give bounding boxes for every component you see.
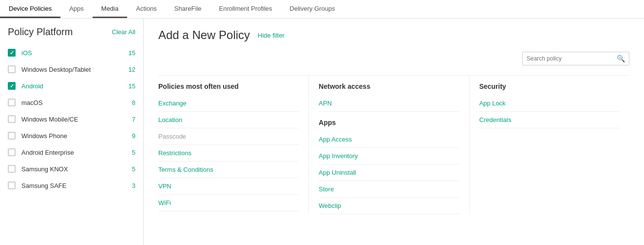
column-header-security: Security	[479, 76, 620, 95]
sidebar-count-ios: 15	[129, 49, 135, 57]
sidebar-count-samsung-knox: 5	[132, 165, 135, 173]
policy-item-restrictions[interactable]: Restrictions	[158, 145, 299, 162]
sidebar-label-samsung-knox: Samsung KNOX	[21, 165, 132, 173]
search-icon: 🔍	[613, 52, 629, 65]
policy-item-app-uninstall[interactable]: App Uninstall	[319, 164, 459, 181]
search-container: 🔍	[158, 52, 629, 65]
sidebar-item-android-enterprise[interactable]: Android Enterprise 5	[0, 144, 143, 161]
checkbox-samsung-safe[interactable]	[8, 182, 16, 189]
policy-columns: Policies most often used Exchange Locati…	[158, 75, 629, 214]
search-box: 🔍	[522, 52, 629, 65]
column-header-apps: Apps	[319, 112, 459, 131]
sidebar-item-samsung-knox[interactable]: Samsung KNOX 5	[0, 161, 143, 177]
sidebar-item-windows-desktop[interactable]: Windows Desktop/Tablet 12	[0, 61, 143, 78]
policy-item-wifi[interactable]: WiFi	[158, 195, 299, 211]
checkbox-android[interactable]	[8, 82, 16, 90]
checkbox-windows-desktop[interactable]	[8, 65, 16, 73]
policy-item-webclip[interactable]: Webclip	[319, 198, 459, 214]
sidebar-item-samsung-safe[interactable]: Samsung SAFE 3	[0, 177, 143, 194]
sidebar-count-android-enterprise: 5	[132, 149, 135, 156]
tab-media[interactable]: Media	[93, 0, 127, 18]
tab-delivery-groups[interactable]: Delivery Groups	[281, 0, 344, 18]
main-layout: Policy Platform Clear All iOS 15 Windows…	[0, 19, 644, 245]
tab-sharefile[interactable]: ShareFile	[166, 0, 210, 18]
sidebar-item-windows-mobile[interactable]: Windows Mobile/CE 7	[0, 111, 143, 127]
sidebar-count-android: 15	[129, 82, 135, 90]
policy-item-terms-conditions[interactable]: Terms & Conditions	[158, 162, 299, 178]
policy-item-app-lock[interactable]: App Lock	[479, 95, 620, 112]
sidebar-header: Policy Platform Clear All	[0, 26, 143, 44]
column-network-apps: Network access APN Apps App Access App I…	[308, 76, 469, 214]
top-navigation: Device Policies Apps Media Actions Share…	[0, 0, 644, 19]
sidebar-count-samsung-safe: 3	[132, 182, 135, 189]
tab-actions[interactable]: Actions	[127, 0, 166, 18]
checkbox-macos[interactable]	[8, 99, 16, 106]
policy-item-exchange[interactable]: Exchange	[158, 95, 299, 112]
sidebar-item-windows-phone[interactable]: Windows Phone 9	[0, 127, 143, 144]
sidebar-item-android[interactable]: Android 15	[0, 78, 143, 94]
checkbox-windows-mobile[interactable]	[8, 115, 16, 123]
checkbox-android-enterprise[interactable]	[8, 148, 16, 156]
policy-item-apn[interactable]: APN	[319, 95, 459, 112]
policy-item-passcode: Passcode	[158, 128, 299, 145]
policy-item-vpn[interactable]: VPN	[158, 178, 299, 195]
sidebar-count-macos: 8	[132, 99, 135, 106]
checkbox-ios[interactable]	[8, 49, 16, 57]
sidebar-count-windows-mobile: 7	[132, 116, 135, 123]
checkbox-samsung-knox[interactable]	[8, 165, 16, 173]
column-header-network-access: Network access	[319, 76, 459, 95]
sidebar-label-ios: iOS	[21, 49, 129, 57]
policy-item-credentials[interactable]: Credentials	[479, 112, 620, 128]
sidebar-label-android-enterprise: Android Enterprise	[21, 149, 132, 156]
sidebar-title: Policy Platform	[8, 26, 73, 38]
policy-item-store[interactable]: Store	[319, 181, 459, 198]
sidebar-label-android: Android	[21, 82, 129, 90]
sidebar-count-windows-phone: 9	[132, 132, 135, 140]
sidebar-label-macos: macOS	[21, 99, 132, 106]
sidebar-label-samsung-safe: Samsung SAFE	[21, 182, 132, 189]
sidebar: Policy Platform Clear All iOS 15 Windows…	[0, 19, 144, 245]
column-security: Security App Lock Credentials	[469, 76, 629, 214]
sidebar-item-macos[interactable]: macOS 8	[0, 94, 143, 111]
content-area: Add a New Policy Hide filter 🔍 Policies …	[144, 19, 644, 245]
sidebar-count-windows-desktop: 12	[129, 66, 135, 73]
sidebar-label-windows-phone: Windows Phone	[21, 132, 132, 140]
checkbox-windows-phone[interactable]	[8, 132, 16, 140]
sidebar-label-windows-mobile: Windows Mobile/CE	[21, 116, 132, 123]
sidebar-label-windows-desktop: Windows Desktop/Tablet	[21, 66, 129, 73]
sidebar-item-ios[interactable]: iOS 15	[0, 44, 143, 61]
column-most-used: Policies most often used Exchange Locati…	[158, 76, 308, 214]
clear-all-button[interactable]: Clear All	[112, 28, 135, 36]
policy-item-location[interactable]: Location	[158, 112, 299, 128]
tab-device-policies[interactable]: Device Policies	[0, 0, 60, 18]
content-header: Add a New Policy Hide filter	[158, 28, 629, 42]
column-header-most-used: Policies most often used	[158, 76, 299, 95]
hide-filter-link[interactable]: Hide filter	[258, 32, 284, 39]
search-input[interactable]	[523, 53, 613, 64]
page-title: Add a New Policy	[158, 28, 250, 42]
tab-apps[interactable]: Apps	[60, 0, 93, 18]
tab-enrollment-profiles[interactable]: Enrollment Profiles	[210, 0, 281, 18]
policy-item-app-inventory[interactable]: App Inventory	[319, 148, 459, 164]
policy-item-app-access[interactable]: App Access	[319, 131, 459, 148]
